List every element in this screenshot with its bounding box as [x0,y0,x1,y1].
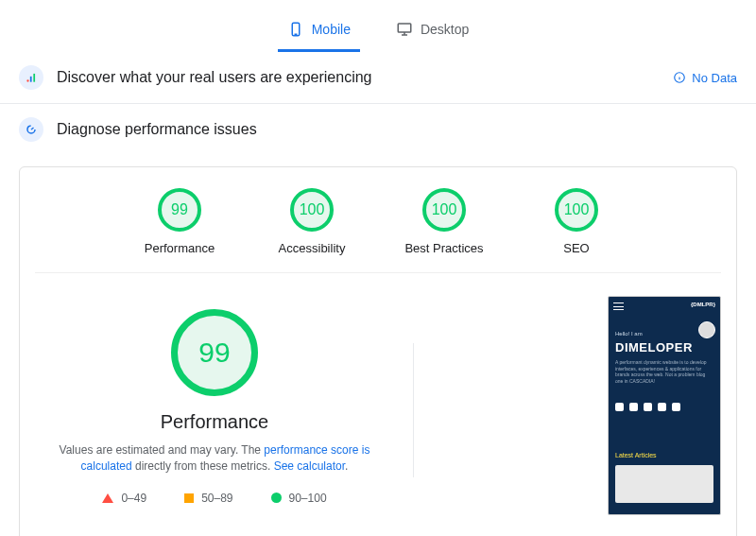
gauge-accessibility[interactable]: 100 Accessibility [265,188,359,255]
tab-label: Mobile [312,22,351,37]
lighthouse-panel: 99 Performance 100 Accessibility 100 Bes… [19,166,737,536]
mobile-icon [287,21,304,38]
gauge-ring: 99 [158,188,201,232]
shot-name: DIMELOPER [615,340,693,354]
gauge-best-practices[interactable]: 100 Best Practices [397,188,491,255]
gauge-label: SEO [529,241,624,255]
linkedin-icon [644,403,652,411]
svg-rect-2 [398,24,411,32]
no-data-text: No Data [692,71,737,85]
gauge-label: Accessibility [265,241,359,255]
main-gauge-label: Performance [161,411,269,433]
divider [413,343,414,477]
diagnose-badge-icon [19,117,43,142]
twitter-icon [658,403,666,411]
gauge-description: Values are estimated and may vary. The p… [44,442,385,475]
legend-mid: 50–89 [184,492,232,505]
see-calculator-link[interactable]: See calculator [274,459,345,473]
info-icon [673,71,686,84]
gauge-label: Performance [132,241,227,255]
mail-icon [615,403,624,411]
shot-lipsum: A performant dynamic website is to devel… [615,359,713,384]
score-legend: 0–49 50–89 90–100 [102,492,326,505]
no-data-link[interactable]: No Data [673,71,737,85]
shot-latest-articles: Latest Articles [615,452,657,458]
desktop-icon [396,21,413,38]
circle-icon [271,493,282,503]
crux-badge-icon [19,65,43,90]
tab-desktop[interactable]: Desktop [387,13,478,52]
shot-socials [615,403,680,411]
svg-point-5 [26,79,28,81]
square-icon [184,493,194,503]
section-diagnose: Diagnose performance issues [0,104,756,155]
section-title: Discover what your real users are experi… [57,69,371,86]
tab-mobile[interactable]: Mobile [278,13,360,52]
instagram-icon [629,403,638,411]
hamburger-icon [613,303,624,310]
shot-logo: {DMLPR} [691,302,715,307]
gauge-ring: 100 [555,188,598,232]
svg-rect-6 [30,77,32,82]
gauge-ring: 100 [422,188,466,232]
device-tabs: Mobile Desktop [0,0,756,52]
gauge-performance[interactable]: 99 Performance [132,188,227,255]
shot-article-image [615,465,713,503]
triangle-icon [102,493,113,503]
shot-hello: Hello! I am [615,331,643,337]
section-real-users: Discover what your real users are experi… [0,52,756,104]
performance-detail: 99 Performance Values are estimated and … [35,296,721,515]
gauge-label: Best Practices [397,241,491,255]
page-screenshot-thumbnail[interactable]: {DMLPR} Hello! I am DIMELOPER A performa… [608,296,721,515]
main-gauge-ring: 99 [171,309,258,396]
legend-low: 0–49 [102,492,146,505]
youtube-icon [672,403,680,411]
tab-label: Desktop [421,22,469,37]
score-gauges-row: 99 Performance 100 Accessibility 100 Bes… [35,188,721,273]
gauge-ring: 100 [290,188,334,232]
shot-avatar [698,321,715,338]
svg-rect-7 [33,74,35,82]
gauge-seo[interactable]: 100 SEO [529,188,624,255]
legend-high: 90–100 [271,492,327,505]
section-title: Diagnose performance issues [57,121,257,138]
svg-line-12 [31,128,34,130]
